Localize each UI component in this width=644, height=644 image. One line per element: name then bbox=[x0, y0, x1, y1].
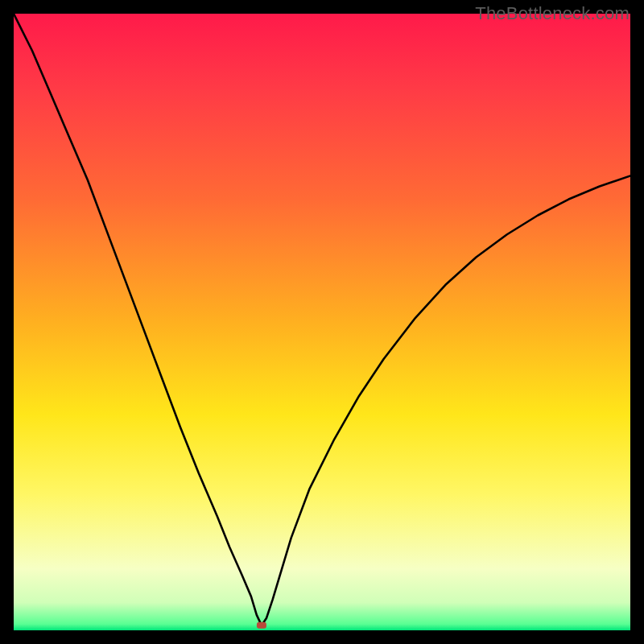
plot-area bbox=[14, 14, 630, 630]
chart-frame: TheBottleneck.com bbox=[0, 0, 644, 644]
chart-svg bbox=[14, 14, 630, 630]
gradient-background bbox=[14, 14, 630, 630]
minimum-marker bbox=[257, 622, 266, 629]
watermark-label: TheBottleneck.com bbox=[475, 3, 630, 24]
